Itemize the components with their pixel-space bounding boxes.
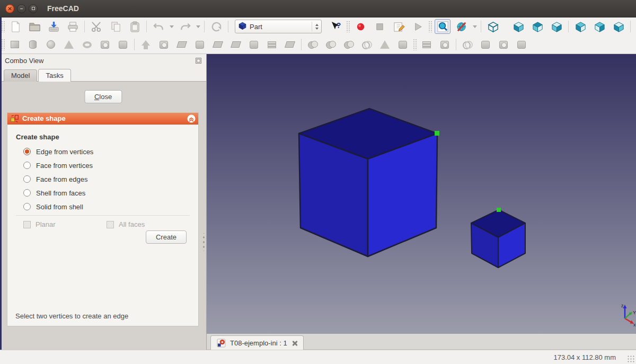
radio-circle[interactable] xyxy=(23,203,31,210)
part-ruled-surface-button[interactable] xyxy=(246,37,261,52)
part-extrude-button[interactable] xyxy=(138,37,153,52)
view-left-button[interactable] xyxy=(611,19,626,34)
view-toolbar-handle[interactable] xyxy=(428,21,432,32)
close-button[interactable]: Close xyxy=(84,90,122,103)
radio-option-edge-from-vertices[interactable]: Edge from vertices xyxy=(23,145,190,158)
macro-edit-button[interactable] xyxy=(391,19,407,34)
large-cube[interactable] xyxy=(299,109,439,256)
redo-button[interactable] xyxy=(177,19,193,34)
view-right-button[interactable] xyxy=(549,19,564,34)
measure-linear-button[interactable] xyxy=(437,37,452,52)
undo-dropdown[interactable] xyxy=(168,20,175,33)
panel-splitter-handle[interactable] xyxy=(202,233,206,251)
checkbox-planar[interactable]: Planar xyxy=(23,220,107,228)
tab-model[interactable]: Model xyxy=(4,69,37,82)
part-fillet-button[interactable] xyxy=(192,37,207,52)
part-cone-button[interactable] xyxy=(61,37,76,52)
file-toolbar-handle[interactable] xyxy=(1,21,5,32)
close-document-icon[interactable] xyxy=(292,340,297,346)
part-loft-button[interactable] xyxy=(264,37,279,52)
part-revolve-button[interactable] xyxy=(156,37,171,52)
save-document-button[interactable] xyxy=(46,19,61,34)
open-document-button[interactable] xyxy=(26,19,42,34)
part-mirror-button[interactable] xyxy=(174,37,189,52)
part-sphere-button[interactable] xyxy=(43,37,58,52)
radio-option-face-from-edges[interactable]: Face from edges xyxy=(23,172,190,186)
3d-viewport[interactable]: z Y x xyxy=(207,54,636,334)
measure-toggle-all-button[interactable] xyxy=(496,37,511,52)
macro-record-button[interactable] xyxy=(352,19,368,34)
new-document-button[interactable] xyxy=(7,19,23,34)
create-shape-header[interactable]: Create shape xyxy=(7,113,198,125)
part-check-geometry-button[interactable] xyxy=(377,37,392,52)
part-torus-button[interactable] xyxy=(80,37,94,52)
small-cube[interactable] xyxy=(471,208,525,268)
checkbox-all-faces[interactable]: All faces xyxy=(107,220,190,228)
radio-circle[interactable] xyxy=(23,175,31,183)
create-button[interactable]: Create xyxy=(146,230,187,244)
macro-play-icon xyxy=(412,21,424,33)
paste-button[interactable] xyxy=(127,19,143,34)
freecad-document-icon xyxy=(217,339,226,348)
part-cut-button[interactable] xyxy=(323,37,338,52)
combo-spinner[interactable] xyxy=(312,22,319,31)
view-axonometric-button[interactable] xyxy=(485,19,501,34)
combo-view-title: Combo View xyxy=(5,57,43,65)
part-cylinder-button[interactable] xyxy=(25,37,40,52)
radio-circle[interactable] xyxy=(23,162,31,169)
selected-vertex-small[interactable] xyxy=(497,208,501,212)
copy-button[interactable] xyxy=(108,19,123,34)
print-button[interactable] xyxy=(65,19,81,34)
document-tab[interactable]: T08-ejemplo-ini : 1 xyxy=(210,335,304,350)
workbench-selector[interactable]: Part xyxy=(235,20,322,33)
window-close-button[interactable]: ✕ xyxy=(5,4,14,13)
refresh-icon xyxy=(210,21,223,33)
measure-toggle-delta-button[interactable] xyxy=(514,37,529,52)
part-shape-builder-button[interactable] xyxy=(116,37,130,52)
draw-style-dropdown[interactable] xyxy=(471,20,479,33)
radio-option-solid-from-shell[interactable]: Solid from shell xyxy=(23,200,190,214)
part-chamfer-button[interactable] xyxy=(210,37,225,52)
view-rear-button[interactable] xyxy=(572,19,588,34)
view-front-button[interactable] xyxy=(510,19,526,34)
fit-all-button[interactable] xyxy=(435,19,450,34)
cut-button[interactable] xyxy=(89,19,104,34)
view-top-button[interactable] xyxy=(529,19,545,34)
part-intersection-button[interactable] xyxy=(359,37,374,52)
selected-vertex-large[interactable] xyxy=(435,131,439,136)
macro-toolbar-handle[interactable] xyxy=(346,21,350,32)
collapse-section-icon[interactable] xyxy=(187,114,196,123)
tab-tasks[interactable]: Tasks xyxy=(38,69,70,82)
macro-stop-button[interactable] xyxy=(372,19,387,34)
measure-toolbar-handle[interactable] xyxy=(413,39,417,50)
part-make-face-button[interactable] xyxy=(228,37,243,52)
redo-dropdown[interactable] xyxy=(195,20,202,33)
view-bottom-button[interactable] xyxy=(591,19,607,34)
undo-button[interactable] xyxy=(151,19,166,34)
macro-play-button[interactable] xyxy=(410,19,426,34)
radio-circle[interactable] xyxy=(23,189,31,197)
whats-this-button[interactable]: ? xyxy=(328,19,343,34)
part-create-primitives-button[interactable] xyxy=(98,37,112,52)
part-toolbar-handle[interactable] xyxy=(1,39,5,50)
draw-style-button[interactable] xyxy=(454,19,470,34)
refresh-button[interactable] xyxy=(208,19,224,34)
checkbox-box[interactable] xyxy=(107,221,114,228)
float-panel-icon[interactable] xyxy=(196,58,201,64)
resize-grip[interactable] xyxy=(627,355,634,362)
radio-circle[interactable] xyxy=(23,148,31,155)
window-maximize-button[interactable] xyxy=(29,4,38,13)
part-box-button[interactable] xyxy=(7,37,22,52)
radio-option-face-from-vertices[interactable]: Face from vertices xyxy=(23,158,190,172)
part-defeaturing-button[interactable] xyxy=(395,37,410,52)
part-cross-sections-button[interactable] xyxy=(419,37,434,52)
measure-refresh-button[interactable] xyxy=(478,37,493,52)
window-minimize-button[interactable]: – xyxy=(17,4,26,13)
part-union-button[interactable] xyxy=(341,37,356,52)
part-sweep-button[interactable] xyxy=(282,37,297,52)
part-boolean-button[interactable] xyxy=(305,37,320,52)
radio-option-shell-from-faces[interactable]: Shell from faces xyxy=(23,186,190,200)
part-union-icon xyxy=(344,41,354,48)
measure-angular-button[interactable] xyxy=(460,37,475,52)
checkbox-box[interactable] xyxy=(23,221,31,228)
